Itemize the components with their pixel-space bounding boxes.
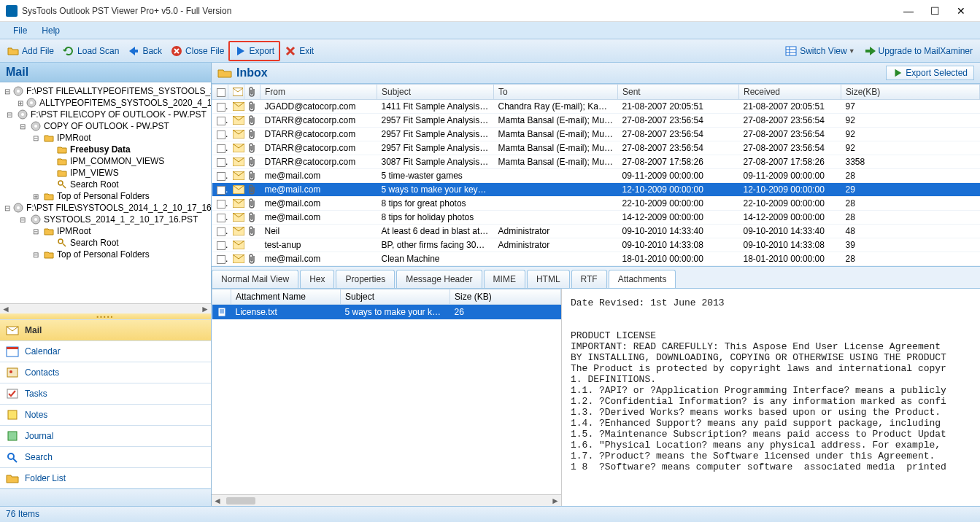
minimize-button[interactable]: —	[895, 2, 922, 20]
row-checkbox[interactable]	[217, 241, 225, 250]
scroll-thumb[interactable]	[226, 497, 255, 505]
nav-contacts[interactable]: Contacts	[0, 362, 211, 383]
nav-folder-list[interactable]: Folder List	[0, 467, 211, 488]
expand-toggle[interactable]: ⊟	[18, 216, 28, 224]
tree-node[interactable]: ⊟IPMRoot	[0, 225, 211, 237]
tree-node[interactable]: ⊟Top of Personal Folders	[0, 249, 211, 260]
att-col-size[interactable]: Size (KB)	[450, 289, 561, 305]
mail-row[interactable]: NeilAt least 6 dead in blast at Ch...Adm…	[212, 225, 980, 238]
tree-node[interactable]: ⊟F:\PST FILE\ALLTYPEOFITEMS_SYSTOOLS_20.…	[0, 85, 211, 97]
add-file-button[interactable]: Add File	[3, 42, 58, 60]
back-button[interactable]: Back	[123, 42, 166, 60]
mail-row[interactable]: JGADD@catocorp.com1411 Fit Sample Analys…	[212, 100, 980, 114]
menu-help[interactable]: Help	[34, 24, 67, 37]
tab-hex[interactable]: Hex	[300, 270, 334, 288]
tree-horizontal-scrollbar[interactable]: ◄ ►	[0, 303, 211, 313]
expand-toggle[interactable]: ⊟	[31, 227, 41, 235]
upgrade-button[interactable]: Upgrade to MailXaminer	[860, 42, 977, 60]
nav-calendar[interactable]: Calendar	[0, 340, 211, 362]
mail-row[interactable]: me@mail.comClean Machine18-01-2010 00:00…	[212, 252, 980, 266]
tree-node[interactable]: ⊟F:\PST FILE\COPY OF OUTLOOK - PW.PST	[0, 109, 211, 120]
scroll-left-icon[interactable]: ◄	[212, 496, 223, 506]
export-selected-button[interactable]: Export Selected	[886, 66, 974, 80]
row-checkbox[interactable]	[217, 227, 225, 236]
close-button[interactable]: ✕	[948, 2, 974, 20]
col-from[interactable]: From	[261, 85, 377, 100]
row-checkbox[interactable]	[217, 117, 225, 125]
exit-button[interactable]: Exit	[280, 42, 318, 60]
tree-node[interactable]: IPM_VIEWS	[0, 167, 211, 179]
expand-toggle[interactable]: ⊞	[31, 192, 41, 200]
col-size[interactable]: Size(KB)	[841, 85, 980, 100]
attachment-grid[interactable]: Attachment Name Subject Size (KB) Licens…	[212, 289, 562, 506]
tree-node[interactable]: ⊟IPMRoot	[0, 132, 211, 144]
col-sent[interactable]: Sent	[618, 85, 739, 100]
mail-row[interactable]: DTARR@catocorp.com3087 Fit Sample Analys…	[212, 155, 980, 169]
row-checkbox[interactable]	[217, 186, 225, 195]
tab-properties[interactable]: Properties	[336, 270, 395, 288]
mail-grid[interactable]: From Subject To Sent Received Size(KB) J…	[212, 84, 980, 267]
folder-tree[interactable]: ⊟F:\PST FILE\ALLTYPEOFITEMS_SYSTOOLS_20.…	[0, 82, 211, 303]
mail-grid-header[interactable]: From Subject To Sent Received Size(KB)	[212, 85, 980, 100]
tree-node[interactable]: Freebusy Data	[0, 144, 211, 155]
row-checkbox[interactable]	[217, 255, 225, 264]
row-checkbox[interactable]	[217, 158, 225, 167]
mail-row[interactable]: me@mail.com5 time-waster games09-11-2009…	[212, 169, 980, 183]
mail-row[interactable]: DTARR@catocorp.com2957 Fit Sample Analys…	[212, 128, 980, 141]
col-subject[interactable]: Subject	[377, 85, 494, 100]
scroll-right-icon[interactable]: ►	[549, 496, 561, 506]
tree-node[interactable]: ⊟F:\PST FILE\SYSTOOLS_2014_1_2_10_17_16.…	[0, 202, 211, 214]
row-checkbox[interactable]	[217, 144, 225, 153]
att-scrollbar[interactable]: ◄ ►	[212, 494, 561, 506]
load-scan-button[interactable]: Load Scan	[58, 42, 123, 60]
switch-view-button[interactable]: Switch View ▼	[781, 42, 859, 60]
tab-message-header[interactable]: Message Header	[396, 270, 482, 288]
tree-node[interactable]: ⊟SYSTOOLS_2014_1_2_10_17_16.PST	[0, 214, 211, 225]
expand-toggle[interactable]: ⊟	[4, 87, 10, 96]
mail-row[interactable]: me@mail.com8 tips for great photos22-10-…	[212, 197, 980, 211]
export-button[interactable]: Export	[228, 41, 280, 61]
tree-node[interactable]: Search Root	[0, 237, 211, 249]
scroll-right-icon[interactable]: ►	[199, 304, 211, 314]
close-file-button[interactable]: Close File	[166, 42, 228, 60]
tab-rtf[interactable]: RTF	[571, 270, 607, 288]
attachment-row[interactable]: License.txt5 ways to make your keyb...26	[212, 305, 561, 320]
att-col-subject[interactable]: Subject	[341, 289, 450, 305]
expand-toggle[interactable]: ⊞	[18, 99, 23, 107]
mail-row[interactable]: test-anupBP, other firms facing 300 la..…	[212, 238, 980, 252]
nav-mail[interactable]: Mail	[0, 319, 211, 340]
tab-html[interactable]: HTML	[527, 270, 570, 288]
tree-node[interactable]: Search Root	[0, 179, 211, 190]
tree-node[interactable]: ⊞Top of Personal Folders	[0, 190, 211, 202]
tab-attachments[interactable]: Attachments	[609, 270, 676, 288]
att-grid-header[interactable]: Attachment Name Subject Size (KB)	[212, 289, 561, 305]
tree-node[interactable]: ⊞ALLTYPEOFITEMS_SYSTOOLS_2020_4_1...	[0, 97, 211, 109]
row-checkbox[interactable]	[217, 214, 225, 222]
nav-tasks[interactable]: Tasks	[0, 383, 211, 404]
tree-node[interactable]: ⊟COPY OF OUTLOOK - PW.PST	[0, 120, 211, 132]
mail-row[interactable]: me@mail.com8 tips for holiday photos14-1…	[212, 211, 980, 225]
expand-toggle[interactable]: ⊟	[31, 134, 41, 142]
col-to[interactable]: To	[494, 85, 618, 100]
mail-row[interactable]: DTARR@catocorp.com2957 Fit Sample Analys…	[212, 141, 980, 155]
scroll-left-icon[interactable]: ◄	[0, 304, 12, 314]
row-checkbox[interactable]	[217, 103, 225, 112]
nav-search[interactable]: Search	[0, 446, 211, 467]
expand-toggle[interactable]: ⊟	[18, 122, 28, 130]
tab-mime[interactable]: MIME	[484, 270, 525, 288]
maximize-button[interactable]: ☐	[922, 2, 948, 20]
row-checkbox[interactable]	[217, 130, 225, 139]
menu-file[interactable]: File	[6, 24, 34, 37]
expand-toggle[interactable]: ⊟	[4, 111, 15, 119]
nav-notes[interactable]: Notes	[0, 404, 211, 425]
mail-row[interactable]: me@mail.com5 ways to make your keyboar..…	[212, 183, 980, 197]
att-col-name[interactable]: Attachment Name	[231, 289, 341, 305]
mail-row[interactable]: DTARR@catocorp.com2957 Fit Sample Analys…	[212, 114, 980, 128]
nav-journal[interactable]: Journal	[0, 425, 211, 446]
expand-toggle[interactable]: ⊟	[31, 251, 41, 259]
row-checkbox[interactable]	[217, 200, 225, 209]
col-received[interactable]: Received	[739, 85, 841, 100]
tab-normal[interactable]: Normal Mail View	[212, 270, 298, 288]
splitter-grip[interactable]: ▪▪▪▪▪	[0, 313, 211, 319]
tree-node[interactable]: IPM_COMMON_VIEWS	[0, 155, 211, 167]
